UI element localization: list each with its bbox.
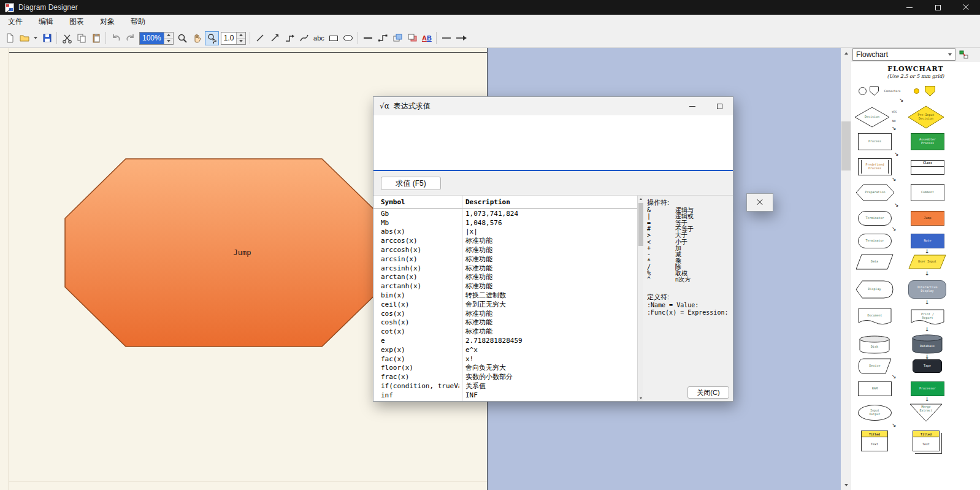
palette-shape-jump[interactable]: Jump (911, 211, 944, 226)
evaluate-button[interactable]: 求值 (F5) (381, 177, 441, 190)
palette-shape-ram[interactable]: RAM (858, 381, 892, 396)
table-row[interactable]: exp(x) e^x (373, 345, 643, 354)
palette-shape-interactive-display[interactable]: Interactive Display (908, 280, 946, 299)
font-style-button[interactable]: AB (419, 31, 434, 45)
cut-button[interactable] (59, 31, 74, 45)
close-button[interactable] (952, 0, 980, 15)
palette-shape-process[interactable]: Process (858, 133, 892, 150)
palette-shape-preparation[interactable]: Preparation (856, 184, 895, 201)
template-options-button[interactable] (957, 48, 970, 61)
dialog-maximize-button[interactable] (706, 97, 733, 115)
palette-arrow[interactable]: ↓ (925, 397, 930, 402)
palette-shape-predefined-process[interactable]: Predefined Process (858, 158, 892, 175)
palette-shape-user-input[interactable]: User Input (908, 255, 946, 269)
palette-arrow[interactable]: ↓ (925, 327, 930, 332)
table-row[interactable]: Mb 1,048,576 (373, 218, 643, 228)
connector-style-button[interactable] (375, 31, 389, 45)
canvas-vertical-scrollbar[interactable] (841, 48, 851, 490)
redo-button[interactable] (123, 31, 137, 45)
palette-arrow[interactable]: ↓ (925, 249, 930, 255)
dialog-minimize-button[interactable] (679, 97, 706, 115)
palette-shape-comment[interactable]: Comment (911, 184, 944, 201)
save-button[interactable] (40, 31, 54, 45)
curve-tool-button[interactable] (297, 31, 311, 45)
palette-shape-connector-pentagon[interactable] (870, 86, 879, 96)
menu-item[interactable]: 文件 (0, 15, 31, 29)
palette-shape-tape[interactable]: Tape (913, 359, 942, 373)
copy-button[interactable] (74, 31, 88, 45)
dialog-close-action-button[interactable]: 关闭(C) (687, 386, 729, 399)
palette-arrow[interactable]: ↘ (892, 226, 897, 232)
palette-shape-disk[interactable]: Disk (859, 335, 890, 354)
palette-shape-connector-circle-yellow[interactable] (914, 88, 919, 94)
symbol-table[interactable]: Symbol Description Gb 1,073,741,824 Mb 1… (373, 196, 643, 401)
palette-shape-connector-circle[interactable] (859, 87, 867, 95)
open-dropdown-button[interactable] (32, 31, 39, 45)
scroll-down-icon[interactable] (841, 480, 851, 490)
table-row[interactable]: if(condition, trueVal... 关系值 (373, 381, 643, 391)
maximize-button[interactable] (924, 0, 952, 15)
dialog-titlebar[interactable]: √α 表达式求值 (373, 97, 733, 115)
palette-shape-processor[interactable]: Processor (911, 381, 944, 396)
palette-shape-print-report[interactable]: Print / Report (911, 309, 944, 326)
open-button[interactable] (17, 31, 31, 45)
arrow-end-button[interactable] (454, 31, 468, 45)
table-row[interactable]: floor(x) 舍向负无穷大 (373, 364, 643, 373)
palette-arrow[interactable]: ↘ (894, 202, 899, 208)
bring-to-front-button[interactable] (390, 31, 404, 45)
table-row[interactable]: cot(x) 标准功能 (373, 327, 643, 336)
expression-input[interactable] (373, 115, 733, 170)
menu-item[interactable]: 图表 (61, 15, 92, 29)
palette-shape-class[interactable]: Class (911, 160, 944, 175)
text-tool-button[interactable]: abc (312, 31, 326, 45)
palette-arrow[interactable]: ↘ (892, 374, 897, 380)
table-row[interactable]: bin(x) 转换二进制数 (373, 291, 643, 300)
paste-button[interactable] (89, 31, 103, 45)
scrollbar-thumb[interactable] (841, 121, 851, 170)
palette-shape-document[interactable]: Document (858, 308, 892, 326)
table-row[interactable]: arctanh(x) 标准功能 (373, 281, 643, 291)
table-row[interactable]: arcsinh(x) 标准功能 (373, 264, 643, 273)
zoom-spinner[interactable] (164, 33, 173, 44)
table-row[interactable]: Gb 1,073,741,824 (373, 209, 643, 218)
table-row[interactable]: cos(x) 标准功能 (373, 309, 643, 318)
palette-arrow[interactable]: ↓ (925, 271, 930, 277)
palette-shape-titled-text-stack[interactable]: TitledText (913, 431, 940, 451)
new-button[interactable] (2, 31, 17, 45)
scrollbar-thumb[interactable] (638, 203, 643, 246)
menu-item[interactable]: 帮助 (123, 15, 153, 29)
palette-arrow[interactable]: ↘ (899, 98, 904, 103)
palette-shape-decision[interactable]: Decision (854, 107, 890, 128)
send-to-back-button[interactable] (405, 31, 419, 45)
line-width-combo[interactable]: 1.0 (221, 32, 247, 45)
table-row[interactable]: cosh(x) 标准功能 (373, 318, 643, 327)
ellipse-tool-button[interactable] (341, 31, 355, 45)
arrow-line-tool-button[interactable] (267, 31, 281, 45)
zoom-combo[interactable]: 100% (139, 32, 174, 45)
palette-arrow[interactable]: ↓ (925, 300, 930, 305)
palette-shape-database[interactable]: Database (912, 334, 943, 354)
line-style-button[interactable] (361, 31, 375, 45)
scroll-up-icon[interactable] (841, 48, 851, 58)
palette-arrow[interactable]: ↘ (892, 126, 897, 131)
palette-shape-assembler-process[interactable]: Assembler Process (911, 133, 944, 150)
palette-arrow[interactable]: ↘ (892, 177, 897, 182)
undo-button[interactable] (109, 31, 123, 45)
palette-shape-pre-input-decision[interactable]: Pre-Input Decision (908, 105, 944, 129)
menu-item[interactable]: 编辑 (31, 15, 61, 29)
table-row[interactable]: arccosh(x) 标准功能 (373, 245, 643, 255)
plain-line-button[interactable] (439, 31, 453, 45)
dialog-close-button[interactable] (746, 193, 773, 212)
palette-arrow[interactable]: ↘ (894, 151, 899, 157)
palette-shape-data[interactable]: Data (856, 254, 894, 270)
palette-shape-connector-pentagon-yellow[interactable] (925, 86, 935, 96)
line-width-spinner[interactable] (236, 33, 245, 44)
palette-arrow[interactable]: ↘ (892, 423, 897, 428)
rectangle-tool-button[interactable] (326, 31, 340, 45)
line-tool-button[interactable] (253, 31, 267, 45)
palette-shape-terminator[interactable]: Terminator (858, 211, 892, 226)
palette-arrow[interactable]: ↓ (925, 354, 930, 360)
pan-tool-button[interactable] (190, 31, 204, 45)
table-row[interactable]: arctan(x) 标准功能 (373, 273, 643, 282)
palette-shape-terminator-2[interactable]: Terminator (858, 234, 892, 248)
